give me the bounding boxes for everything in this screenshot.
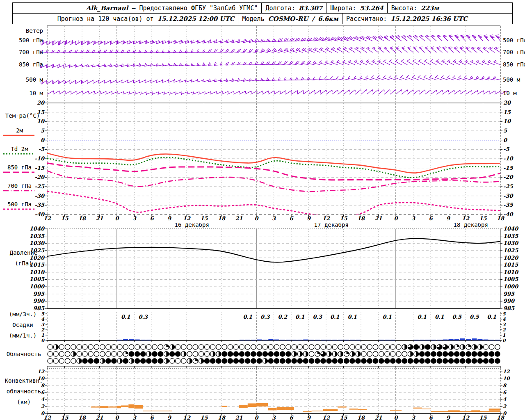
station-name: Alk_Barnaul	[86, 5, 128, 12]
header-separator	[326, 3, 326, 13]
svg-text:3: 3	[411, 415, 415, 420]
svg-text:0.1: 0.1	[435, 314, 444, 320]
svg-text:1035: 1035	[503, 233, 518, 239]
svg-text:12: 12	[503, 369, 510, 374]
svg-text:18 декабря: 18 декабря	[454, 221, 488, 228]
svg-text:3: 3	[132, 215, 137, 221]
pressure-panel-title: Давление	[4, 249, 43, 256]
cloudiness-panel-title: Облачность	[3, 351, 44, 357]
latitude-value: 53.264	[360, 5, 383, 12]
legend-label-t2m: 2м	[0, 127, 39, 134]
svg-text:12: 12	[37, 369, 45, 374]
svg-text:995: 995	[503, 291, 515, 297]
svg-text:9: 9	[307, 215, 311, 221]
svg-text:0.2: 0.2	[278, 314, 288, 320]
wind-level-label-850hpa-left: 850 гПа	[8, 61, 43, 68]
legend-label-t850: 850 гПа	[0, 164, 39, 171]
svg-text:985: 985	[33, 305, 45, 311]
svg-text:5: 5	[41, 128, 45, 134]
header-separator	[342, 14, 342, 24]
svg-text:3: 3	[272, 415, 276, 420]
svg-text:9: 9	[307, 415, 311, 420]
svg-text:990: 990	[503, 298, 515, 304]
svg-text:9: 9	[167, 415, 172, 420]
wind-level-label-500hpa-left: 500 гПа	[8, 37, 43, 43]
svg-text:0.1: 0.1	[347, 314, 357, 320]
svg-text:4: 4	[503, 397, 507, 402]
svg-text:12: 12	[43, 415, 51, 420]
svg-text:18: 18	[357, 215, 365, 221]
svg-text:1030: 1030	[30, 240, 45, 246]
svg-text:12: 12	[183, 415, 191, 420]
svg-text:6: 6	[289, 415, 294, 420]
svg-text:21: 21	[96, 215, 103, 221]
svg-text:21: 21	[235, 415, 242, 420]
calculated-time: 15.12.2025 16:36 UTC	[390, 15, 468, 23]
legend-label-t500: 500 гПа	[0, 201, 39, 208]
svg-text:995: 995	[33, 291, 45, 297]
run-time-value: 15.12.2025 12:00 UTC	[158, 15, 235, 23]
svg-text:12: 12	[462, 215, 470, 221]
svg-text:5: 5	[502, 311, 506, 317]
svg-text:9: 9	[167, 215, 172, 221]
svg-text:1040: 1040	[30, 226, 45, 232]
legend-label-t700: 700 гПа	[0, 183, 39, 189]
svg-text:1030: 1030	[503, 240, 519, 246]
svg-text:21: 21	[374, 215, 382, 221]
model-resolution: 6.6км	[318, 15, 338, 23]
svg-text:0.1: 0.1	[417, 314, 427, 320]
svg-text:0: 0	[115, 215, 119, 221]
svg-text:0: 0	[394, 415, 398, 420]
header-separator	[238, 14, 238, 24]
svg-text:18: 18	[218, 415, 226, 420]
svg-text:0: 0	[41, 137, 45, 143]
svg-text:3: 3	[272, 215, 276, 221]
svg-text:-30: -30	[35, 193, 45, 199]
svg-text:-5: -5	[503, 146, 509, 152]
svg-text:3: 3	[502, 322, 506, 327]
svg-text:12: 12	[183, 215, 191, 221]
svg-text:0: 0	[394, 215, 398, 221]
svg-text:0: 0	[254, 215, 259, 221]
svg-text:1010: 1010	[503, 269, 519, 275]
meteogram-chart: 2020151510105500-5-5-10-10-15-15-20-20-2…	[0, 0, 525, 420]
svg-text:1015: 1015	[503, 262, 518, 268]
svg-text:15: 15	[200, 415, 208, 420]
svg-text:16 декабря: 16 декабря	[175, 221, 209, 228]
svg-text:18: 18	[218, 215, 226, 221]
forecast-prefix-label: Прогноз на 120 часа(ов) от	[57, 15, 154, 23]
svg-text:1005: 1005	[30, 276, 45, 282]
header: Alk_Barnaul — Предоставлено ФГБУ "ЗапСиб…	[12, 2, 513, 24]
svg-text:15: 15	[479, 415, 487, 420]
svg-text:20: 20	[37, 100, 45, 106]
svg-text:15: 15	[340, 215, 347, 221]
svg-text:1040: 1040	[503, 226, 519, 232]
svg-text:0: 0	[115, 415, 119, 420]
model-name: COSMO-RU	[268, 15, 308, 23]
svg-text:6: 6	[503, 390, 507, 395]
header-line-2: Прогноз на 120 часа(ов) от 15.12.2025 12…	[13, 13, 512, 24]
svg-text:2: 2	[503, 404, 507, 409]
svg-text:985: 985	[503, 305, 515, 311]
svg-text:0.1: 0.1	[487, 314, 496, 320]
wind-level-label-500hpa-right: 500 гПа	[503, 37, 525, 43]
svg-text:-20: -20	[503, 174, 514, 180]
svg-text:18: 18	[78, 415, 87, 420]
svg-text:3: 3	[132, 415, 137, 420]
svg-text:4: 4	[502, 317, 506, 322]
wind-level-label-10m-left: 10 м	[8, 90, 43, 96]
svg-text:21: 21	[374, 415, 382, 420]
svg-text:1: 1	[502, 333, 506, 338]
svg-text:18: 18	[78, 215, 87, 221]
wind-level-label-850hpa-right: 850 гПа	[503, 61, 525, 68]
svg-text:1000: 1000	[503, 283, 519, 290]
svg-text:15: 15	[61, 415, 68, 420]
svg-text:17 декабря: 17 декабря	[314, 221, 349, 228]
meteogram-page: 2020151510105500-5-5-10-10-15-15-20-20-2…	[0, 0, 525, 420]
svg-text:6: 6	[150, 215, 154, 221]
svg-text:9: 9	[446, 215, 451, 221]
calculated-label: Рассчитано:	[346, 15, 387, 23]
convective-panel-units: (км)	[3, 399, 44, 405]
svg-text:-30: -30	[503, 193, 514, 199]
svg-text:2: 2	[502, 327, 506, 333]
